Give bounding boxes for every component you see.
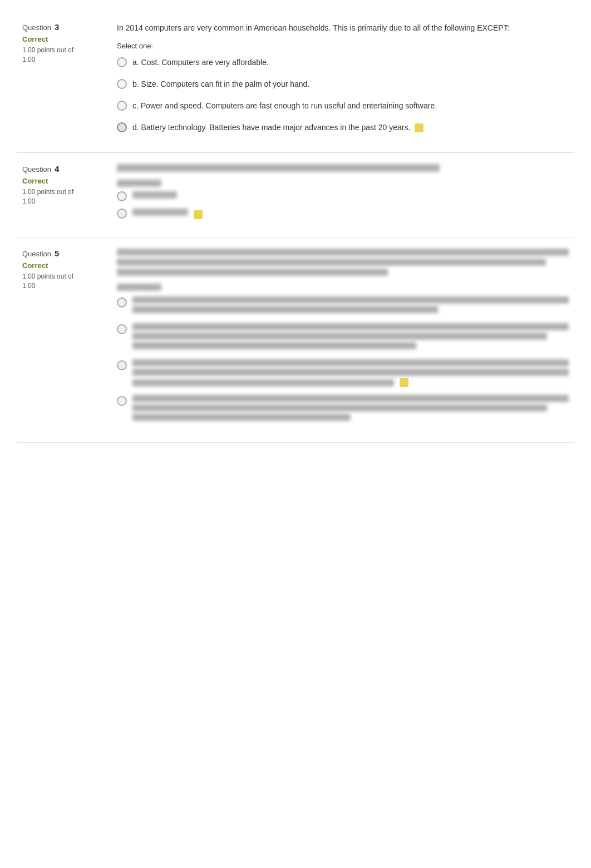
question-3-option-b[interactable]: b. Size. Computers can fit in the palm o… — [117, 76, 569, 92]
question-3-status: Correct — [22, 35, 100, 43]
question-3-option-d-text: d. Battery technology. Batteries have ma… — [132, 122, 423, 133]
question-3-number: 3 — [55, 22, 59, 32]
correct-check-icon-q5 — [400, 378, 408, 387]
question-5-points: 1.00 points out of 1.00 — [22, 272, 100, 291]
question-5-radio-d — [117, 396, 127, 406]
question-3-radio-d[interactable] — [117, 122, 127, 132]
question-5-option-d — [117, 395, 569, 423]
q5-opt2-line2 — [132, 333, 547, 340]
question-5-option-b — [117, 323, 569, 351]
question-3-option-a-text: a. Cost. Computers are very affordable. — [132, 57, 269, 68]
question-5-meta: Question 5 Correct 1.00 points out of 1.… — [22, 249, 111, 431]
q5-opt4-line2 — [132, 404, 547, 411]
question-5-status: Correct — [22, 261, 100, 270]
question-4-number: 4 — [55, 164, 59, 173]
question-3-label: Question — [22, 23, 51, 32]
q5-opt2-line3 — [132, 342, 416, 349]
q5-opt3-line1 — [132, 359, 569, 366]
q5-opt1-line1 — [132, 296, 569, 304]
q5-opt3-line3 — [132, 379, 394, 386]
question-3-option-d[interactable]: d. Battery technology. Batteries have ma… — [117, 120, 569, 136]
question-3-option-a[interactable]: a. Cost. Computers are very affordable. — [117, 54, 569, 71]
question-5-option-a — [117, 296, 569, 315]
question-4-content — [111, 164, 569, 226]
question-3-option-c-text: c. Power and speed. Computers are fast e… — [132, 100, 437, 112]
question-4-option-b — [117, 209, 569, 220]
q5-line3 — [117, 269, 388, 276]
q5-opt1-line2 — [132, 306, 438, 313]
question-4-option-a — [117, 191, 569, 203]
question-4-label: Question — [22, 165, 51, 173]
question-5-radio-b — [117, 324, 127, 334]
q5-opt3-line2 — [132, 369, 569, 376]
question-4-radio-a — [117, 191, 127, 201]
question-4-option-b-text-blurred — [132, 209, 188, 216]
question-3-select-label: Select one: — [117, 42, 569, 50]
question-5-radio-a — [117, 297, 127, 307]
question-3-content: In 2014 computers are very common in Ame… — [111, 22, 569, 141]
q5-line1 — [117, 249, 569, 256]
question-4-radio-b — [117, 209, 127, 219]
q5-opt4-line3 — [132, 414, 351, 421]
q5-opt2-line1 — [132, 323, 569, 330]
question-3-radio-b[interactable] — [117, 79, 127, 89]
question-3-text: In 2014 computers are very common in Ame… — [117, 22, 569, 34]
question-4-text-blurred — [117, 164, 440, 172]
page-container: Question 3 Correct 1.00 points out of 1.… — [0, 0, 591, 454]
question-5-block: Question 5 Correct 1.00 points out of 1.… — [17, 237, 574, 443]
question-5-select-blurred — [117, 284, 161, 291]
question-3-radio-c[interactable] — [117, 101, 127, 111]
question-4-status: Correct — [22, 177, 100, 185]
question-4-points: 1.00 points out of 1.00 — [22, 187, 100, 206]
question-4-block: Question 4 Correct 1.00 points out of 1.… — [17, 153, 574, 237]
question-4-option-a-text-blurred — [132, 191, 177, 199]
correct-check-icon-q4 — [194, 210, 203, 219]
question-5-option-c — [117, 359, 569, 387]
question-5-content — [111, 249, 569, 431]
question-5-text-blurred — [117, 249, 569, 276]
correct-check-icon-q3 — [415, 123, 423, 132]
question-5-number: 5 — [55, 249, 59, 258]
question-3-radio-a[interactable] — [117, 57, 127, 67]
q5-line2 — [117, 259, 546, 266]
question-3-option-b-text: b. Size. Computers can fit in the palm o… — [132, 78, 309, 90]
question-4-meta: Question 4 Correct 1.00 points out of 1.… — [22, 164, 111, 226]
q5-opt4-line1 — [132, 395, 569, 402]
question-5-label: Question — [22, 250, 51, 258]
question-5-radio-c — [117, 360, 127, 370]
question-3-points: 1.00 points out of 1.00 — [22, 46, 100, 65]
question-3-option-c[interactable]: c. Power and speed. Computers are fast e… — [117, 98, 569, 114]
question-3-meta: Question 3 Correct 1.00 points out of 1.… — [22, 22, 111, 141]
question-3-block: Question 3 Correct 1.00 points out of 1.… — [17, 11, 574, 153]
question-4-select-blurred — [117, 180, 161, 187]
